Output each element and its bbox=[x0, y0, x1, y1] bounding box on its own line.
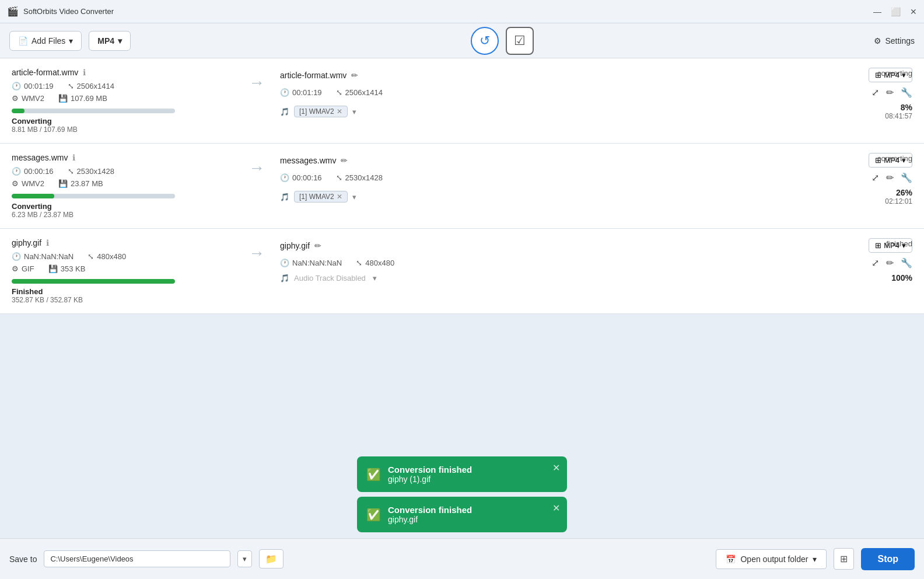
file-row: messages.wmv ℹ 🕐 00:00:16 ⤡ 2530x1428 ⚙ … bbox=[0, 144, 924, 229]
resize-icon: ⤡ bbox=[68, 167, 74, 176]
duration-info: 🕐 00:01:19 bbox=[12, 82, 54, 90]
file-target-info: messages.wmv ✏ converting ⊞ MP4 ▾ 🕐 00:0… bbox=[280, 153, 912, 205]
clock-icon: 🕐 bbox=[12, 167, 21, 176]
resolution-info: ⤡ 2530x1428 bbox=[68, 167, 114, 176]
toolbar-center: ↺ ☑ bbox=[138, 27, 867, 55]
crop-icon[interactable]: ⤢ bbox=[872, 172, 879, 183]
wrench-icon[interactable]: 🔧 bbox=[901, 87, 912, 98]
progress-bar-bg bbox=[12, 109, 175, 113]
status-text: converting bbox=[877, 69, 912, 78]
path-dropdown-button[interactable]: ▾ bbox=[237, 550, 252, 567]
file-target-meta: 🕐 NaN:NaN:NaN ⤡ 480x480 ⤢ ✏ 🔧 bbox=[280, 257, 912, 268]
convert-button[interactable]: ↺ bbox=[471, 27, 499, 55]
audio-icon: 🎵 bbox=[280, 193, 289, 201]
clock-icon: 🕐 bbox=[280, 173, 289, 182]
window-controls: — ⬜ ✕ bbox=[873, 7, 917, 16]
info-icon[interactable]: ℹ bbox=[72, 153, 75, 162]
resize-icon: ⤡ bbox=[336, 88, 342, 97]
toast-title: Conversion finished bbox=[388, 505, 472, 515]
target-duration: 🕐 00:01:19 bbox=[280, 88, 322, 97]
grid-icon: ⊞ bbox=[875, 241, 881, 250]
toast-filename: giphy.gif bbox=[388, 515, 472, 524]
file-source-codec: ⚙ WMV2 💾 107.69 MB bbox=[12, 94, 233, 103]
edit-name-icon[interactable]: ✏ bbox=[351, 71, 358, 80]
progress-label: Converting bbox=[12, 117, 233, 125]
arrow-col: → bbox=[233, 68, 280, 92]
convert-icon: ↺ bbox=[480, 33, 490, 48]
gear-icon: ⚙ bbox=[12, 179, 19, 188]
toast-filename: giphy (1).gif bbox=[388, 475, 472, 484]
file-source-info: giphy.gif ℹ 🕐 NaN:NaN:NaN ⤡ 480x480 ⚙ GI… bbox=[12, 238, 233, 304]
add-files-button[interactable]: 📄 Add Files ▾ bbox=[9, 31, 82, 51]
clock-icon: 🕐 bbox=[12, 82, 21, 90]
file-target-header: article-format.wmv ✏ converting ⊞ MP4 ▾ bbox=[280, 68, 912, 82]
target-duration: 🕐 NaN:NaN:NaN bbox=[280, 259, 342, 267]
file-target-name: messages.wmv ✏ bbox=[280, 156, 348, 165]
file-source-codec: ⚙ WMV2 💾 23.87 MB bbox=[12, 179, 233, 188]
edit-icon[interactable]: ✏ bbox=[886, 257, 894, 268]
close-button[interactable]: ✕ bbox=[910, 7, 917, 16]
progress-section: Converting 6.23 MB / 23.87 MB bbox=[12, 194, 233, 219]
disk-icon: 💾 bbox=[58, 94, 68, 103]
open-folder-button[interactable]: 📅 Open output folder ▾ bbox=[716, 549, 827, 569]
info-icon[interactable]: ℹ bbox=[46, 238, 49, 247]
file-source-info: messages.wmv ℹ 🕐 00:00:16 ⤡ 2530x1428 ⚙ … bbox=[12, 153, 233, 219]
toast-close-button[interactable]: ✕ bbox=[552, 503, 560, 514]
audio-row: 🎵 [1] WMAV2 ✕ ▾ 8% 08:41:57 bbox=[280, 103, 912, 120]
file-target-meta: 🕐 00:00:16 ⤡ 2530x1428 ⤢ ✏ 🔧 bbox=[280, 172, 912, 183]
edit-icon[interactable]: ✏ bbox=[886, 172, 894, 183]
size-info: 💾 353 KB bbox=[48, 264, 86, 273]
file-target-info: article-format.wmv ✏ converting ⊞ MP4 ▾ … bbox=[280, 68, 912, 120]
toast-content: Conversion finished giphy.gif bbox=[388, 505, 472, 524]
toast-close-button[interactable]: ✕ bbox=[552, 462, 560, 473]
settings-button[interactable]: ⚙ Settings bbox=[874, 36, 915, 46]
arrow-right-icon: → bbox=[249, 74, 265, 92]
info-icon[interactable]: ℹ bbox=[83, 68, 86, 77]
time-remaining: 08:41:57 bbox=[885, 112, 912, 120]
target-resolution: ⤡ 2530x1428 bbox=[336, 173, 383, 182]
progress-section: Converting 8.81 MB / 107.69 MB bbox=[12, 109, 233, 134]
progress-sizes: 6.23 MB / 23.87 MB bbox=[12, 211, 233, 219]
file-source-name: messages.wmv ℹ bbox=[12, 153, 233, 162]
clock-icon: 🕐 bbox=[280, 88, 289, 97]
grid-view-button[interactable]: ⊞ bbox=[834, 548, 854, 570]
file-target-info: giphy.gif ✏ finished ⊞ MP4 ▾ 🕐 NaN:NaN:N… bbox=[280, 238, 912, 282]
size-info: 💾 23.87 MB bbox=[58, 179, 103, 188]
open-folder-chevron-icon: ▾ bbox=[813, 554, 817, 564]
progress-sizes: 8.81 MB / 107.69 MB bbox=[12, 125, 233, 134]
status-text: converting bbox=[877, 154, 912, 163]
stop-button[interactable]: Stop bbox=[861, 548, 915, 570]
edit-name-icon[interactable]: ✏ bbox=[341, 156, 348, 165]
format-selector[interactable]: MP4 ▾ bbox=[89, 31, 131, 51]
resize-icon: ⤡ bbox=[356, 259, 362, 267]
edit-icon[interactable]: ✏ bbox=[886, 87, 894, 98]
settings-label: Settings bbox=[885, 36, 915, 46]
file-target-name: article-format.wmv ✏ bbox=[280, 71, 358, 80]
add-files-label: Add Files bbox=[32, 36, 65, 46]
file-row: article-format.wmv ℹ 🕐 00:01:19 ⤡ 2506x1… bbox=[0, 58, 924, 144]
wrench-icon[interactable]: 🔧 bbox=[901, 257, 912, 268]
progress-label: Converting bbox=[12, 202, 233, 211]
codec-info: ⚙ WMV2 bbox=[12, 179, 44, 188]
save-path-input[interactable] bbox=[44, 550, 230, 567]
minimize-button[interactable]: — bbox=[873, 7, 881, 16]
crop-icon[interactable]: ⤢ bbox=[872, 87, 879, 98]
crop-icon[interactable]: ⤢ bbox=[872, 257, 879, 268]
remove-audio-icon[interactable]: ✕ bbox=[337, 107, 342, 116]
file-source-codec: ⚙ GIF 💾 353 KB bbox=[12, 264, 233, 273]
codec-info: ⚙ WMV2 bbox=[12, 94, 44, 103]
browse-folder-button[interactable]: 📁 bbox=[259, 549, 284, 568]
open-folder-label: Open output folder bbox=[740, 554, 808, 564]
maximize-button[interactable]: ⬜ bbox=[891, 7, 901, 16]
progress-bar-fill bbox=[12, 109, 24, 113]
audio-dropdown-icon[interactable]: ▾ bbox=[373, 274, 377, 282]
audio-dropdown-icon[interactable]: ▾ bbox=[352, 193, 356, 201]
wrench-icon[interactable]: 🔧 bbox=[901, 172, 912, 183]
remove-audio-icon[interactable]: ✕ bbox=[337, 193, 342, 201]
audio-dropdown-icon[interactable]: ▾ bbox=[352, 107, 356, 116]
checkmark-button[interactable]: ☑ bbox=[506, 27, 534, 55]
resize-icon: ⤡ bbox=[68, 82, 74, 90]
edit-name-icon[interactable]: ✏ bbox=[314, 241, 321, 250]
progress-bar-bg bbox=[12, 279, 175, 284]
format-chevron-icon: ▾ bbox=[118, 36, 122, 46]
